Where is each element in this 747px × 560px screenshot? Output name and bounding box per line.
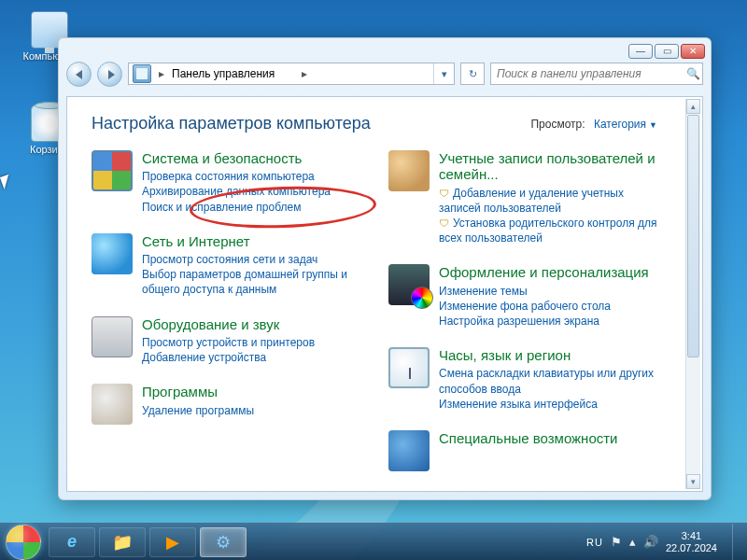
category-title[interactable]: Часы, язык и регион [439,347,659,363]
address-bar[interactable]: ▸ Панель управления ▸ ▾ [128,63,455,85]
category-system-security: Система и безопасность Проверка состояни… [92,150,362,215]
category-link[interactable]: Изменение темы [439,284,649,299]
view-value[interactable]: Категория▼ [594,118,657,131]
accessibility-icon [388,430,430,471]
category-link[interactable]: Просмотр состояния сети и задач [142,252,362,267]
category-hardware: Оборудование и звук Просмотр устройств и… [92,316,362,366]
control-panel-icon: ⚙ [216,532,231,553]
refresh-button[interactable]: ↻ [460,63,485,85]
content-pane: Настройка параметров компьютера Просмотр… [66,96,703,492]
taskbar-item-ie[interactable]: e [49,527,95,557]
category-clock-language: Часы, язык и регион Смена раскладки клав… [388,347,659,412]
category-link[interactable]: Смена раскладки клавиатуры или других сп… [439,366,659,396]
category-column-left: Система и безопасность Проверка состояни… [92,150,362,471]
category-link[interactable]: Настройка разрешения экрана [439,314,649,329]
start-button[interactable] [6,525,41,560]
address-history-dropdown[interactable]: ▾ [433,63,454,84]
taskbar-item-control-panel[interactable]: ⚙ [200,527,247,557]
window-titlebar[interactable]: — ▭ ✕ [59,38,711,59]
system-shield-icon [92,150,133,191]
category-title[interactable]: Программы [142,384,254,399]
system-tray: RU ⚑ ▴ 🔊 3:41 22.07.2024 [586,524,741,561]
clock-date: 22.07.2024 [666,542,717,553]
category-link[interactable]: Изменение языка интерфейса [439,397,659,412]
category-title[interactable]: Учетные записи пользователей и семейн... [439,150,659,183]
category-link[interactable]: Проверка состояния компьютера [142,169,331,184]
category-link[interactable]: Архивирование данных компьютера [142,184,331,199]
category-link[interactable]: Добавление и удаление учетных записей по… [439,186,659,216]
navigation-bar: ▸ Панель управления ▸ ▾ ↻ 🔍 [66,59,703,89]
clock-icon [388,347,430,388]
category-accessibility: Специальные возможности [388,430,659,471]
maximize-button[interactable]: ▭ [655,44,679,59]
category-network: Сеть и Интернет Просмотр состояния сети … [92,233,362,298]
personalization-icon [388,264,430,305]
category-title[interactable]: Специальные возможности [439,430,618,446]
arrow-right-icon [108,70,115,79]
nav-forward-button[interactable] [97,62,122,87]
view-selector[interactable]: Просмотр: Категория▼ [530,118,657,131]
taskbar-items: e 📁 ▶ ⚙ [49,527,586,557]
category-appearance: Оформление и персонализация Изменение те… [388,264,659,329]
category-title[interactable]: Система и безопасность [142,150,331,166]
category-link[interactable]: Поиск и исправление проблем [142,200,331,215]
show-desktop-button[interactable] [732,524,741,561]
category-link[interactable]: Установка родительского контроля для все… [439,216,659,245]
minimize-button[interactable]: — [628,44,653,59]
taskbar-item-explorer[interactable]: 📁 [99,527,146,557]
control-panel-icon [133,64,151,83]
breadcrumb-separator[interactable]: ▸ [298,67,311,80]
tray-expand-icon[interactable]: ▴ [629,535,636,549]
scroll-thumb[interactable] [687,115,699,357]
network-globe-icon [92,233,133,274]
category-title[interactable]: Оборудование и звук [142,316,315,332]
arrow-left-icon [76,70,82,79]
taskbar: e 📁 ▶ ⚙ RU ⚑ ▴ 🔊 3:41 22.07.2024 [0,523,747,560]
clock-time: 3:41 [666,530,717,541]
taskbar-clock[interactable]: 3:41 22.07.2024 [666,530,721,553]
users-icon [388,150,430,191]
folder-icon: 📁 [112,532,133,553]
printer-icon [92,316,133,357]
language-indicator[interactable]: RU [586,537,603,548]
scroll-down-button[interactable]: ▾ [686,474,700,489]
breadcrumb-root[interactable]: Панель управления [168,67,298,80]
page-title: Настройка параметров компьютера [92,114,371,133]
speaker-icon[interactable]: 🔊 [643,535,658,549]
nav-back-button[interactable] [66,62,92,87]
category-link[interactable]: Добавление устройства [142,350,315,365]
search-icon[interactable]: 🔍 [684,67,702,80]
view-label: Просмотр: [530,118,585,131]
search-box[interactable]: 🔍 [490,63,703,85]
play-icon: ▶ [166,532,179,553]
category-title[interactable]: Сеть и Интернет [142,233,362,249]
mouse-cursor [0,175,13,190]
category-programs: Программы Удаление программы [92,384,362,425]
category-link[interactable]: Удаление программы [142,403,254,418]
breadcrumb-separator: ▸ [155,67,168,80]
scroll-up-button[interactable]: ▴ [686,99,700,114]
category-link[interactable]: Изменение фона рабочего стола [439,299,649,314]
disc-icon [92,384,133,425]
ie-icon: e [67,532,77,552]
category-column-right: Учетные записи пользователей и семейн...… [388,150,659,471]
vertical-scrollbar[interactable]: ▴ ▾ [685,99,700,489]
category-link[interactable]: Выбор параметров домашней группы и общег… [142,267,362,297]
category-title[interactable]: Оформление и персонализация [439,264,649,280]
control-panel-window: — ▭ ✕ ▸ Панель управления ▸ ▾ ↻ 🔍 Настро… [58,37,712,500]
search-input[interactable] [491,67,684,80]
chevron-down-icon: ▼ [649,120,657,130]
taskbar-item-media-player[interactable]: ▶ [149,527,196,557]
category-users: Учетные записи пользователей и семейн...… [388,150,659,245]
category-link[interactable]: Просмотр устройств и принтеров [142,335,315,350]
action-center-icon[interactable]: ⚑ [611,535,622,549]
close-button[interactable]: ✕ [681,44,705,59]
